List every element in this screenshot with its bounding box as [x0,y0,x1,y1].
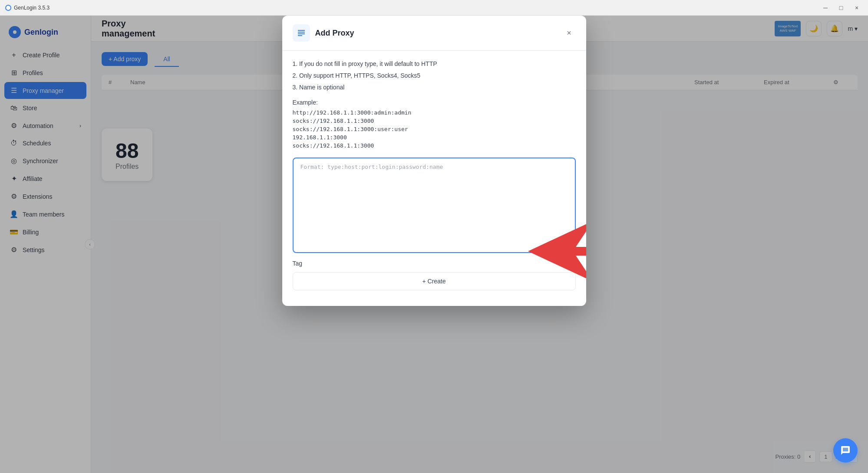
add-proxy-modal: Add Proxy × 1. If you do not fill in pro… [282,16,586,306]
modal-header-icon [293,24,310,42]
svg-rect-5 [298,33,305,34]
instruction-2: 2. Only support HTTP, HTTPS, Socks4, Soc… [293,71,576,80]
instruction-3: 3. Name is optional [293,83,576,92]
modal-body: 1. If you do not fill in proxy type, it … [282,51,586,306]
example-label: Example: [293,99,576,106]
example-5: socks://192.168.1.1:3000 [293,142,576,149]
create-button[interactable]: + Create [293,272,576,290]
example-4: 192.168.1.1:3000 [293,134,576,141]
title-bar-left: GenLogin 3.5.3 [5,5,50,11]
instruction-1: 1. If you do not fill in proxy type, it … [293,59,576,69]
example-2: socks://192.168.1.1:3000 [293,118,576,124]
svg-rect-3 [298,30,305,31]
maximize-button[interactable]: □ [835,2,847,14]
example-3: socks://192.168.1.1:3000:user:user [293,126,576,132]
proxy-input[interactable] [293,158,576,253]
instructions-list: 1. If you do not fill in proxy type, it … [293,59,576,92]
app-icon [5,5,11,11]
title-bar-controls: ─ □ × [819,2,863,14]
modal-close-button[interactable]: × [563,26,576,39]
svg-rect-6 [298,35,302,36]
modal-title: Add Proxy [315,29,558,38]
minimize-button[interactable]: ─ [819,2,832,14]
modal-header: Add Proxy × [282,16,586,51]
app-name: GenLogin 3.5.3 [14,5,50,11]
title-bar: GenLogin 3.5.3 ─ □ × [0,0,868,16]
tag-label: Tag [293,260,576,267]
close-button[interactable]: × [851,2,863,14]
chat-button[interactable] [833,438,858,463]
example-1: http://192.168.1.1:3000:admin:admin [293,109,576,116]
svg-rect-4 [298,32,305,33]
svg-point-0 [6,6,10,10]
